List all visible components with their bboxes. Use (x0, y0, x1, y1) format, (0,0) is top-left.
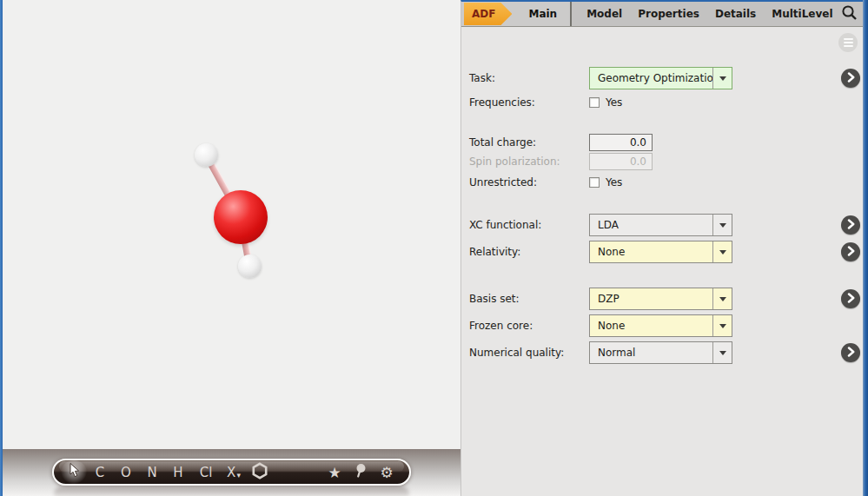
dropdown-arrow-icon[interactable] (712, 215, 732, 235)
checkbox-box[interactable] (589, 97, 600, 108)
row-total-charge: Total charge: (461, 134, 863, 151)
row-basis-set: Basis set: DZP (461, 288, 863, 310)
relativity-value: None (590, 241, 712, 262)
search-button[interactable] (841, 4, 858, 23)
unrestricted-label: Unrestricted: (469, 176, 537, 188)
cursor-arrow-icon (69, 463, 80, 481)
frozen-core-label: Frozen core: (469, 320, 533, 332)
row-frozen-core: Frozen core: None (461, 314, 863, 337)
relativity-label: Relativity: (469, 246, 520, 258)
spin-polarization-label: Spin polarization: (469, 155, 560, 168)
basis-set-label: Basis set: (469, 293, 520, 305)
tab-bar: ADF Main Model Properties Details MultiL… (461, 2, 863, 27)
atom-oxygen[interactable] (214, 190, 268, 244)
chevron-right-icon (847, 219, 855, 232)
atom-hydrogen-1[interactable] (195, 143, 218, 167)
numerical-quality-dropdown[interactable]: Normal (589, 341, 732, 364)
relativity-info-button[interactable] (841, 242, 860, 261)
row-numerical-quality: Numerical quality: Normal (461, 341, 863, 364)
gear-icon: ⚙ (380, 464, 393, 481)
task-value: Geometry Optimizatio (590, 68, 712, 89)
window-border-left (0, 0, 3, 496)
tab-details[interactable]: Details (707, 8, 764, 20)
input-form-panel: ADF Main Model Properties Details MultiL… (461, 0, 863, 496)
molecule-viewport-3d[interactable]: C O N H Cl X ▾ ★ (0, 0, 461, 496)
chevron-down-icon: ▾ (236, 471, 241, 479)
numerical-quality-value: Normal (590, 342, 712, 363)
relativity-dropdown[interactable]: None (589, 241, 732, 263)
row-xc-functional: XC functional: LDA (461, 214, 863, 236)
tab-model[interactable]: Model (579, 8, 630, 20)
checkbox-label: Yes (606, 96, 622, 109)
balloon-pin-icon (354, 463, 367, 482)
chevron-right-icon (847, 246, 855, 259)
pointer-balloon-button[interactable] (348, 460, 374, 484)
xc-functional-info-button[interactable] (841, 215, 860, 235)
checkbox-label: Yes (606, 176, 622, 188)
xc-functional-value: LDA (590, 215, 712, 235)
row-spin-polarization: Spin polarization: (461, 153, 863, 170)
unrestricted-checkbox[interactable]: Yes (589, 175, 622, 189)
dropdown-arrow-icon[interactable] (712, 315, 732, 336)
element-n-button[interactable]: N (139, 460, 165, 484)
basis-set-value: DZP (590, 288, 712, 309)
chevron-right-icon (847, 293, 855, 306)
numerical-quality-info-button[interactable] (841, 343, 860, 362)
task-info-button[interactable] (841, 69, 860, 88)
toolbar-reflection (54, 487, 409, 496)
frequencies-checkbox[interactable]: Yes (589, 96, 622, 109)
hamburger-menu-icon (844, 38, 853, 40)
dropdown-arrow-icon[interactable] (712, 241, 732, 262)
favorites-button[interactable]: ★ (321, 460, 348, 484)
adf-engine-tag[interactable]: ADF (464, 3, 512, 25)
atom-hydrogen-2[interactable] (238, 255, 262, 278)
element-cl-button[interactable]: Cl (191, 460, 221, 484)
select-tool-button[interactable] (61, 460, 87, 484)
search-icon (841, 4, 858, 23)
total-charge-input[interactable] (589, 134, 653, 151)
chevron-right-icon (847, 347, 855, 360)
element-o-button[interactable]: O (113, 460, 139, 484)
dropdown-arrow-icon[interactable] (712, 342, 732, 363)
secondary-tabs-group: Model Properties Details MultiLevel (570, 2, 864, 26)
checkbox-box[interactable] (589, 177, 600, 188)
tab-properties[interactable]: Properties (630, 8, 707, 20)
dropdown-arrow-icon[interactable] (712, 288, 732, 309)
chevron-right-icon (847, 72, 855, 85)
ring-structure-tool-button[interactable] (247, 460, 273, 484)
tab-main[interactable]: Main (521, 8, 564, 20)
element-h-button[interactable]: H (165, 460, 191, 484)
row-relativity: Relativity: None (461, 241, 863, 263)
dropdown-arrow-icon[interactable] (712, 68, 732, 89)
basis-set-dropdown[interactable]: DZP (589, 288, 732, 310)
row-task: Task: Geometry Optimizatio (461, 67, 863, 89)
frozen-core-dropdown[interactable]: None (589, 314, 732, 337)
xc-functional-dropdown[interactable]: LDA (589, 214, 732, 236)
basis-set-info-button[interactable] (841, 289, 860, 308)
element-toolbar: C O N H Cl X ▾ ★ (52, 459, 411, 486)
element-x-picker-button[interactable]: X ▾ (221, 460, 247, 484)
row-unrestricted: Unrestricted: Yes (461, 175, 863, 189)
frequencies-label: Frequencies: (469, 96, 535, 109)
panel-menu-button[interactable] (838, 33, 858, 52)
tab-multilevel[interactable]: MultiLevel (764, 8, 840, 20)
settings-button[interactable]: ⚙ (374, 460, 400, 484)
hexagon-ring-icon (251, 462, 268, 483)
numerical-quality-label: Numerical quality: (469, 347, 564, 359)
task-label: Task: (469, 72, 495, 84)
row-frequencies: Frequencies: Yes (461, 96, 863, 109)
adf-input-window: C O N H Cl X ▾ ★ (0, 0, 868, 496)
element-c-button[interactable]: C (87, 460, 113, 484)
window-border-right (863, 0, 868, 496)
element-x-label: X (227, 465, 235, 480)
total-charge-label: Total charge: (469, 136, 536, 149)
task-dropdown[interactable]: Geometry Optimizatio (589, 67, 732, 89)
frozen-core-value: None (590, 315, 712, 336)
spin-polarization-input (589, 153, 653, 170)
star-icon: ★ (328, 464, 341, 481)
xc-functional-label: XC functional: (469, 219, 541, 231)
